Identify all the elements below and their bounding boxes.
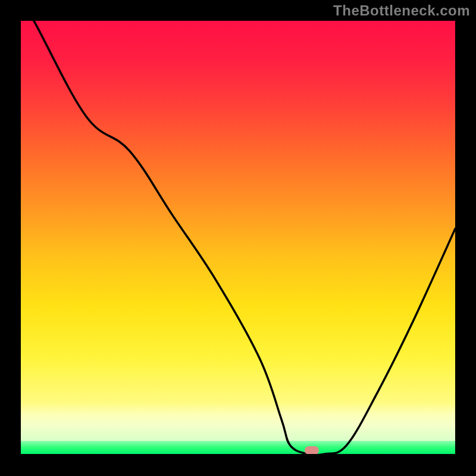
- curve-path: [21, 21, 455, 454]
- line-curve: [21, 21, 455, 454]
- chart-frame: TheBottleneck.com: [0, 0, 476, 476]
- optimum-marker: [305, 446, 319, 454]
- watermark-text: TheBottleneck.com: [333, 2, 470, 19]
- plot-area: [21, 21, 455, 454]
